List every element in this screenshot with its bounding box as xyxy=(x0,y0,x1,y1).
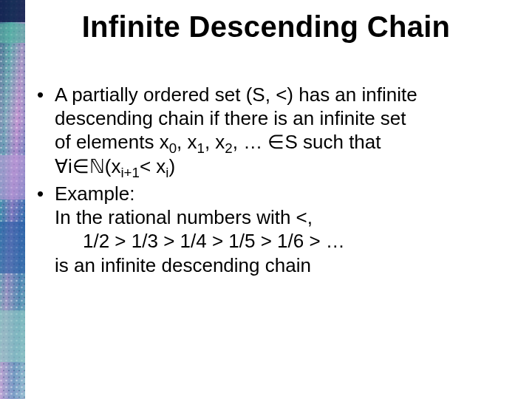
bullet-1-line-2: descending chain if there is an infinite… xyxy=(55,107,406,129)
bullet-1-line-3: of elements x0, x1, x2, … ∈S such that xyxy=(55,131,381,153)
bullet-1-line-1: A partially ordered set (S, <) has an in… xyxy=(55,83,417,106)
bullet-1-line-4: ∀i∈ℕ(xi+1< xi) xyxy=(55,155,175,177)
svg-rect-11 xyxy=(0,310,25,362)
bullet-2-line-1: Example: xyxy=(55,183,134,205)
bullet-1: A partially ordered set (S, <) has an in… xyxy=(35,83,505,179)
slide-body: A partially ordered set (S, <) has an in… xyxy=(35,83,505,280)
bullet-list: A partially ordered set (S, <) has an in… xyxy=(35,83,505,277)
slide: Infinite Descending Chain A partially or… xyxy=(0,0,532,399)
bullet-2-line-3: 1/2 > 1/3 > 1/4 > 1/5 > 1/6 > … xyxy=(55,229,505,253)
bullet-2: Example: In the rational numbers with <,… xyxy=(35,182,505,277)
decorative-border xyxy=(0,0,25,399)
slide-title: Infinite Descending Chain xyxy=(0,10,532,44)
bullet-2-line-2: In the rational numbers with <, xyxy=(55,206,313,228)
bullet-2-line-4: is an infinite descending chain xyxy=(55,254,311,276)
svg-rect-10 xyxy=(0,222,25,273)
svg-rect-9 xyxy=(0,155,25,200)
